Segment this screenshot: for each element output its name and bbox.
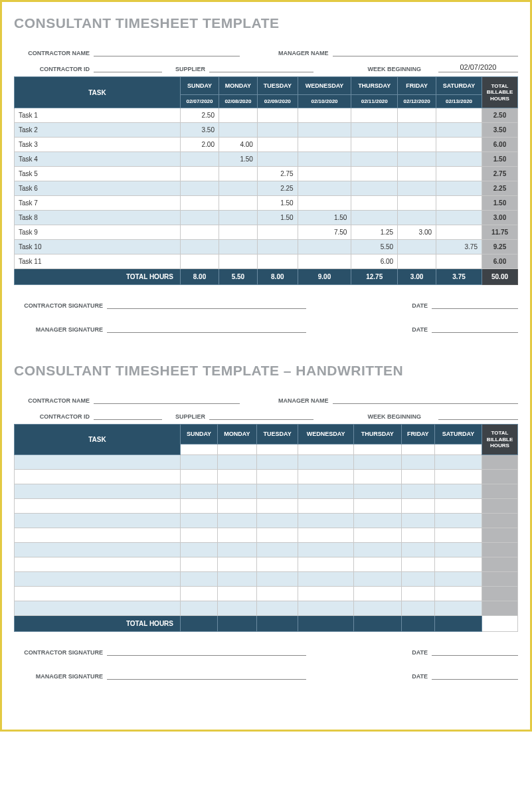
- hours-cell[interactable]: [398, 152, 436, 167]
- hours-cell[interactable]: [398, 167, 436, 181]
- hours-cell[interactable]: 3.75: [436, 240, 482, 254]
- task-cell[interactable]: [15, 513, 181, 528]
- hours-cell[interactable]: [398, 138, 436, 152]
- hours-cell[interactable]: [434, 542, 482, 557]
- hours-cell[interactable]: [351, 211, 398, 225]
- hours-cell[interactable]: [353, 454, 401, 469]
- hours-cell[interactable]: [434, 469, 482, 484]
- week-beginning-value[interactable]: 02/07/2020: [438, 63, 518, 72]
- hours-cell[interactable]: 1.25: [351, 225, 398, 240]
- hours-cell[interactable]: [353, 498, 401, 513]
- hours-cell[interactable]: [401, 484, 434, 498]
- hours-cell[interactable]: 2.00: [181, 138, 219, 152]
- hours-cell[interactable]: [181, 240, 219, 254]
- date-input[interactable]: [432, 670, 518, 680]
- hours-cell[interactable]: [181, 454, 218, 469]
- hours-cell[interactable]: [298, 240, 351, 254]
- hours-cell[interactable]: [181, 167, 219, 181]
- contractor-signature-input[interactable]: [107, 646, 306, 656]
- hours-cell[interactable]: [181, 211, 219, 225]
- task-cell[interactable]: Task 5: [15, 167, 181, 181]
- hours-cell[interactable]: [257, 123, 298, 138]
- date-blank-cell[interactable]: [256, 444, 298, 454]
- hours-cell[interactable]: [219, 254, 257, 269]
- hours-cell[interactable]: [256, 601, 298, 615]
- hours-cell[interactable]: [181, 498, 218, 513]
- hours-cell[interactable]: [218, 469, 257, 484]
- hours-cell[interactable]: [298, 454, 353, 469]
- hours-cell[interactable]: [257, 108, 298, 123]
- hours-cell[interactable]: [218, 498, 257, 513]
- hours-cell[interactable]: [434, 498, 482, 513]
- hours-cell[interactable]: [401, 498, 434, 513]
- manager-signature-input[interactable]: [107, 324, 306, 333]
- hours-cell[interactable]: [181, 571, 218, 586]
- contractor-id-input[interactable]: [94, 63, 162, 72]
- date-blank-cell[interactable]: [353, 444, 401, 454]
- hours-cell[interactable]: [436, 254, 482, 269]
- hours-cell[interactable]: [351, 167, 398, 181]
- hours-cell[interactable]: [398, 211, 436, 225]
- hours-cell[interactable]: [218, 557, 257, 571]
- hours-cell[interactable]: [219, 167, 257, 181]
- hours-cell[interactable]: [353, 513, 401, 528]
- contractor-signature-input[interactable]: [107, 300, 306, 309]
- hours-cell[interactable]: [298, 484, 353, 498]
- task-cell[interactable]: Task 4: [15, 152, 181, 167]
- hours-cell[interactable]: [219, 181, 257, 196]
- hours-cell[interactable]: [256, 557, 298, 571]
- hours-cell[interactable]: [181, 586, 218, 601]
- hours-cell[interactable]: [436, 152, 482, 167]
- manager-signature-input[interactable]: [107, 670, 306, 680]
- hours-cell[interactable]: 3.00: [398, 225, 436, 240]
- hours-cell[interactable]: [351, 108, 398, 123]
- hours-cell[interactable]: 1.50: [257, 196, 298, 211]
- hours-cell[interactable]: [353, 601, 401, 615]
- hours-cell[interactable]: [219, 196, 257, 211]
- hours-cell[interactable]: [298, 108, 351, 123]
- hours-cell[interactable]: [434, 454, 482, 469]
- task-cell[interactable]: Task 8: [15, 211, 181, 225]
- hours-cell[interactable]: [181, 542, 218, 557]
- hours-cell[interactable]: [436, 167, 482, 181]
- hours-cell[interactable]: [218, 528, 257, 542]
- hours-cell[interactable]: [181, 254, 219, 269]
- hours-cell[interactable]: [434, 586, 482, 601]
- date-blank-cell[interactable]: [434, 444, 482, 454]
- hours-cell[interactable]: [256, 542, 298, 557]
- hours-cell[interactable]: [401, 601, 434, 615]
- date-input[interactable]: [432, 300, 518, 309]
- hours-cell[interactable]: [298, 571, 353, 586]
- hours-cell[interactable]: [256, 454, 298, 469]
- hours-cell[interactable]: 1.50: [257, 211, 298, 225]
- hours-cell[interactable]: [434, 557, 482, 571]
- hours-cell[interactable]: [351, 181, 398, 196]
- hours-cell[interactable]: [181, 513, 218, 528]
- hours-cell[interactable]: [181, 181, 219, 196]
- hours-cell[interactable]: [401, 454, 434, 469]
- task-cell[interactable]: [15, 454, 181, 469]
- hours-cell[interactable]: [298, 528, 353, 542]
- hours-cell[interactable]: [256, 469, 298, 484]
- hours-cell[interactable]: [256, 528, 298, 542]
- hours-cell[interactable]: 3.50: [181, 123, 219, 138]
- hours-cell[interactable]: [436, 108, 482, 123]
- hours-cell[interactable]: [401, 513, 434, 528]
- hours-cell[interactable]: [398, 240, 436, 254]
- hours-cell[interactable]: [436, 181, 482, 196]
- task-cell[interactable]: [15, 586, 181, 601]
- hours-cell[interactable]: [298, 123, 351, 138]
- hours-cell[interactable]: [353, 586, 401, 601]
- hours-cell[interactable]: [181, 225, 219, 240]
- hours-cell[interactable]: [436, 225, 482, 240]
- task-cell[interactable]: [15, 469, 181, 484]
- hours-cell[interactable]: [398, 254, 436, 269]
- hours-cell[interactable]: [256, 513, 298, 528]
- hours-cell[interactable]: 2.75: [257, 167, 298, 181]
- hours-cell[interactable]: [436, 196, 482, 211]
- hours-cell[interactable]: [181, 557, 218, 571]
- hours-cell[interactable]: [401, 557, 434, 571]
- hours-cell[interactable]: [256, 571, 298, 586]
- hours-cell[interactable]: [401, 469, 434, 484]
- hours-cell[interactable]: [298, 254, 351, 269]
